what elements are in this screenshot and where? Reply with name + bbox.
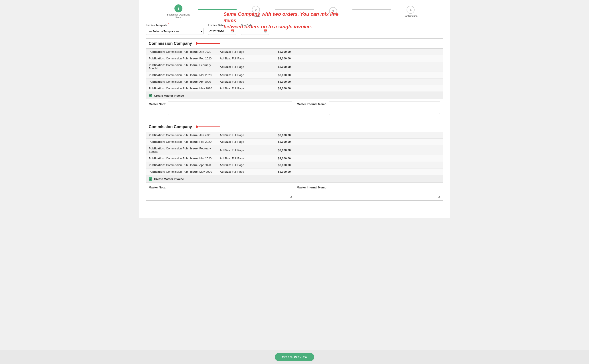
issue-label: Issue: [190, 140, 199, 143]
connector-1-2 [198, 9, 236, 10]
table-row: Publication: Commission Pub Issue: May 2… [146, 169, 443, 175]
connector-3-4 [352, 9, 391, 10]
issue-value: Apr 2020 [199, 163, 211, 167]
adsize-value: Full Page [232, 50, 244, 53]
ad-cell: Ad Size: Full Page [220, 87, 268, 90]
issue-label: Issue: [190, 63, 199, 67]
pub-cell: Publication: Commission Pub Issue: Feb 2… [149, 57, 220, 60]
company-title-2: Commission Company [149, 125, 192, 129]
table-row: Publication: Commission Pub Issue: Feb 2… [146, 139, 443, 145]
ad-cell: Ad Size: Full Page [220, 73, 268, 77]
pub-cell: Publication: Commission Pub Issue: Mar 2… [149, 157, 220, 160]
ad-cell: Ad Size: Full Page [220, 163, 268, 167]
adsize-label: Ad Size: [220, 50, 231, 53]
master-note-textarea-2[interactable] [168, 185, 292, 198]
step-4: 4 Confirmation [391, 6, 430, 17]
table-row: Publication: Commission Pub Issue: Apr 2… [146, 162, 443, 169]
notes-row-2: Master Note: Master Internal Memo: [146, 182, 443, 200]
step-circle-4: 4 [407, 6, 415, 14]
price-cell: $8,000.00 [268, 50, 291, 53]
issue-label: Issue: [190, 163, 199, 167]
issue-label: Issue: [190, 87, 199, 90]
company-title-1: Commission Company [149, 41, 192, 46]
pub-value: Commission Pub [166, 87, 189, 90]
pub-value: Commission Pub [166, 140, 189, 143]
pub-cell: Publication: Commission Pub Issue: May 2… [149, 87, 220, 90]
table-row: Publication: Commission Pub Issue: Feb 2… [146, 55, 443, 62]
pub-value: Commission Pub [166, 170, 189, 173]
issue-label: Issue: [190, 73, 199, 77]
price-cell: $8,000.00 [268, 87, 291, 90]
price-cell: $8,000.00 [268, 73, 291, 77]
issue-label: Issue: [190, 147, 199, 150]
adsize-label: Ad Size: [220, 157, 231, 160]
pub-value: Commission Pub [166, 63, 189, 67]
adsize-label: Ad Size: [220, 170, 231, 173]
issue-label: Issue: [190, 57, 199, 60]
issue-value: Mar 2020 [199, 157, 212, 160]
pub-cell: Publication: Commission Pub Issue: Apr 2… [149, 80, 220, 83]
pub-value: Commission Pub [166, 80, 189, 83]
master-memo-textarea-2[interactable] [329, 185, 440, 198]
master-invoice-row-2: Create Master Invoice [146, 175, 443, 182]
master-note-field-1: Master Note: [149, 102, 292, 115]
ad-cell: Ad Size: Full Page [220, 157, 268, 160]
master-memo-field-1: Master Internal Memo: [297, 102, 440, 115]
master-note-inline-1: Master Note: [149, 102, 292, 115]
master-invoice-label-1: Create Master Invoice [154, 94, 184, 97]
master-memo-textarea-1[interactable] [329, 102, 440, 115]
pub-cell: Publication: Commission Pub Issue: Jan 2… [149, 50, 220, 53]
adsize-label: Ad Size: [220, 80, 231, 83]
pub-label: Publication: [149, 73, 165, 77]
adsize-label: Ad Size: [220, 87, 231, 90]
master-note-textarea-1[interactable] [168, 102, 292, 115]
pub-label: Publication: [149, 87, 165, 90]
table-row: Publication: Commission Pub Issue: Mar 2… [146, 155, 443, 162]
step-label-4: Confirmation [404, 15, 417, 17]
price-cell: $8,000.00 [268, 157, 291, 160]
pub-cell: Publication: Commission Pub Issue: Jan 2… [149, 133, 220, 137]
pub-value: Commission Pub [166, 133, 189, 137]
issue-value: Feb 2020 [199, 140, 212, 143]
issue-value: Mar 2020 [199, 73, 212, 77]
pub-value: Commission Pub [166, 147, 189, 150]
adsize-value: Full Page [232, 163, 244, 167]
issue-label: Issue: [190, 80, 199, 83]
master-invoice-checkbox-2[interactable] [149, 177, 152, 181]
red-arrow-1 [196, 40, 223, 46]
master-note-label-2: Master Note: [149, 186, 166, 189]
master-invoice-row-1: Create Master Invoice [146, 92, 443, 99]
price-cell: $8,000.00 [268, 133, 291, 137]
adsize-label: Ad Size: [220, 57, 231, 60]
adsize-value: Full Page [232, 140, 244, 143]
price-cell: $8,000.00 [268, 140, 291, 143]
pub-label: Publication: [149, 147, 165, 150]
red-arrow-2 [196, 124, 223, 130]
table-row: Publication: Commission Pub Issue: Febru… [146, 62, 443, 72]
issue-label: Issue: [190, 157, 199, 160]
ad-cell: Ad Size: Full Page [220, 57, 268, 60]
pub-label: Publication: [149, 57, 165, 60]
adsize-label: Ad Size: [220, 65, 231, 69]
ad-cell: Ad Size: Full Page [220, 170, 268, 173]
issue-value: Apr 2020 [199, 80, 211, 83]
ad-cell: Ad Size: Full Page [220, 133, 268, 137]
adsize-label: Ad Size: [220, 140, 231, 143]
pub-value: Commission Pub [166, 57, 189, 60]
adsize-value: Full Page [232, 87, 244, 90]
pub-value: Commission Pub [166, 73, 189, 77]
notes-row-1: Master Note: Master Internal Memo: [146, 99, 443, 117]
issue-value: Feb 2020 [199, 57, 212, 60]
adsize-value: Full Page [232, 133, 244, 137]
adsize-label: Ad Size: [220, 149, 231, 152]
price-cell: $8,000.00 [268, 170, 291, 173]
table-row: Publication: Commission Pub Issue: Jan 2… [146, 132, 443, 139]
ad-cell: Ad Size: Full Page [220, 50, 268, 53]
master-invoice-checkbox-1[interactable] [149, 94, 152, 97]
invoice-template-label: Invoice Template * [146, 23, 203, 27]
adsize-label: Ad Size: [220, 73, 231, 77]
adsize-value: Full Page [232, 149, 244, 152]
pub-value: Commission Pub [166, 50, 189, 53]
pub-cell: Publication: Commission Pub Issue: May 2… [149, 170, 220, 173]
template-select[interactable]: — Select a Template — [146, 28, 203, 35]
